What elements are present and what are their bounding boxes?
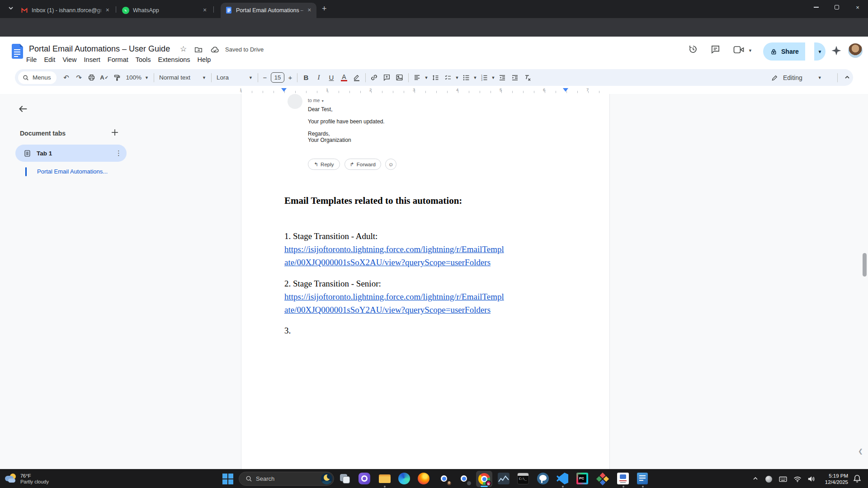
- chat-icon[interactable]: [359, 473, 371, 485]
- gemini-sparkle-icon[interactable]: [831, 45, 842, 56]
- saved-status[interactable]: Saved to Drive: [225, 46, 264, 53]
- add-tab-icon[interactable]: [110, 128, 119, 137]
- list-item-1[interactable]: 1. Stage Transition - Adult:: [284, 231, 377, 241]
- menu-tools[interactable]: Tools: [132, 55, 155, 64]
- list-item-2[interactable]: 2. Stage Transition - Senior:: [284, 279, 381, 289]
- insert-link-icon[interactable]: [368, 71, 381, 84]
- touch-keyboard-icon[interactable]: [779, 475, 787, 483]
- numbered-list-dropdown[interactable]: ▼: [491, 71, 496, 84]
- browser-tab-gmail[interactable]: Inbox (1) - ishann.tforce@gmai ×: [16, 3, 115, 18]
- task-view-icon[interactable]: [339, 473, 351, 485]
- kebab-menu-icon[interactable]: ⋮: [115, 149, 122, 157]
- volume-icon[interactable]: [807, 475, 815, 483]
- weather-widget[interactable]: 76°F Partly cloudy: [5, 473, 49, 485]
- clear-formatting-icon[interactable]: [521, 71, 534, 84]
- close-tab-icon[interactable]: ×: [104, 6, 111, 14]
- redo-icon[interactable]: ↷: [73, 71, 85, 84]
- link-line[interactable]: ate/00XJQ000001sSoY2AU/view?queryScope=u…: [284, 305, 491, 315]
- checklist-dropdown[interactable]: ▼: [454, 71, 460, 84]
- browser-tab-whatsapp[interactable]: WhatsApp ×: [118, 3, 212, 18]
- mode-select[interactable]: Editing ▼: [771, 71, 822, 84]
- menu-view[interactable]: View: [59, 55, 80, 64]
- browser-tab-docs[interactable]: Portal Email Automations – Use ×: [221, 3, 316, 18]
- list-item-3[interactable]: 3.: [284, 326, 291, 336]
- print-icon[interactable]: [85, 71, 98, 84]
- menu-edit[interactable]: Edit: [40, 55, 59, 64]
- increase-indent-icon[interactable]: [509, 71, 521, 84]
- menu-file[interactable]: File: [23, 55, 40, 64]
- maximize-icon[interactable]: [826, 0, 847, 14]
- highlight-icon[interactable]: [350, 71, 363, 84]
- start-icon[interactable]: [222, 474, 233, 484]
- firefox-icon[interactable]: [418, 473, 430, 485]
- undo-icon[interactable]: ↶: [60, 71, 73, 84]
- tab-search-icon[interactable]: [7, 5, 14, 12]
- taskpro-icon[interactable]: [617, 473, 630, 485]
- video-call-icon[interactable]: [733, 46, 744, 54]
- bulleted-list-dropdown[interactable]: ▼: [472, 71, 478, 84]
- outline-item[interactable]: Portal Email Automations...: [37, 168, 108, 175]
- right-indent-marker[interactable]: [563, 88, 568, 92]
- star-icon[interactable]: ☆: [180, 44, 187, 54]
- font-size-field[interactable]: 15: [271, 72, 284, 83]
- numbered-list-icon[interactable]: 123: [478, 71, 491, 84]
- decrease-indent-icon[interactable]: [496, 71, 509, 84]
- cloud-saved-icon[interactable]: [211, 46, 219, 54]
- terminal-icon[interactable]: C:\_: [517, 473, 530, 485]
- menus-search-button[interactable]: Menus: [18, 71, 57, 84]
- system-monitor-icon[interactable]: [498, 473, 510, 485]
- sidebar-tab-1[interactable]: Tab 1 ⋮: [15, 145, 127, 162]
- tray-ball-icon[interactable]: [765, 476, 772, 483]
- menu-extensions[interactable]: Extensions: [155, 55, 194, 64]
- chrome-profile-1-icon[interactable]: [438, 473, 451, 485]
- comments-icon[interactable]: [710, 44, 721, 55]
- insert-image-icon[interactable]: [393, 71, 406, 84]
- bold-button[interactable]: B: [300, 71, 312, 84]
- share-dropdown[interactable]: ▼: [814, 42, 826, 61]
- font-select[interactable]: Lora▼: [214, 74, 255, 81]
- taskbar-search[interactable]: Search: [239, 472, 334, 486]
- side-panel-chevron[interactable]: ❮: [858, 448, 863, 455]
- italic-button[interactable]: I: [312, 71, 325, 84]
- zoom-select[interactable]: 100%▼: [123, 74, 151, 81]
- chrome-active-icon[interactable]: S: [476, 471, 492, 487]
- diamond-icon[interactable]: [596, 473, 609, 485]
- vertical-scrollbar[interactable]: [863, 253, 867, 277]
- spellcheck-icon[interactable]: A✓: [98, 71, 111, 84]
- close-icon[interactable]: ×: [847, 0, 868, 14]
- link-line[interactable]: ate/00XJQ000001sSoX2AU/view?queryScope=u…: [284, 258, 491, 267]
- docs-file-icon[interactable]: [12, 44, 23, 59]
- paint-format-icon[interactable]: [111, 71, 123, 84]
- back-arrow-icon[interactable]: [18, 104, 28, 114]
- menu-insert[interactable]: Insert: [80, 55, 104, 64]
- document-page[interactable]: to me ▼ Dear Test, Your profile have bee…: [241, 94, 610, 469]
- wifi-icon[interactable]: [793, 475, 802, 483]
- underline-button[interactable]: U: [325, 71, 338, 84]
- profile-avatar[interactable]: [848, 43, 863, 58]
- checklist-icon[interactable]: [442, 71, 454, 84]
- vscode-icon[interactable]: [557, 473, 569, 485]
- doc-heading[interactable]: Email Templates related to this automati…: [284, 195, 462, 206]
- pycharm-icon[interactable]: PC: [576, 473, 589, 485]
- close-tab-icon[interactable]: ×: [306, 6, 313, 14]
- tray-chevron-icon[interactable]: [752, 475, 759, 482]
- move-folder-icon[interactable]: [194, 46, 203, 54]
- share-button[interactable]: Share: [763, 42, 805, 61]
- text-color-button[interactable]: A: [338, 71, 350, 84]
- new-tab-icon[interactable]: +: [322, 4, 327, 14]
- collapse-toolbar-icon[interactable]: [844, 74, 851, 81]
- horizontal-ruler[interactable]: 1 1 2 3 4 5 6 7: [0, 87, 868, 94]
- link-line[interactable]: https://isijoftoronto.lightning.force.co…: [284, 292, 504, 302]
- minimize-icon[interactable]: [806, 0, 826, 14]
- chevron-down-icon[interactable]: ▼: [748, 48, 752, 53]
- bulleted-list-icon[interactable]: [460, 71, 472, 84]
- taskbar-clock[interactable]: 5:19 PM 12/4/2025: [825, 473, 848, 485]
- line-spacing-icon[interactable]: [429, 71, 442, 84]
- chrome-profile-2-icon[interactable]: [458, 473, 471, 485]
- menu-help[interactable]: Help: [194, 55, 215, 64]
- left-indent-marker[interactable]: [281, 88, 287, 92]
- history-icon[interactable]: [688, 44, 698, 55]
- align-icon[interactable]: [411, 71, 424, 84]
- menu-format[interactable]: Format: [104, 55, 132, 64]
- notification-bell-icon[interactable]: [853, 474, 862, 483]
